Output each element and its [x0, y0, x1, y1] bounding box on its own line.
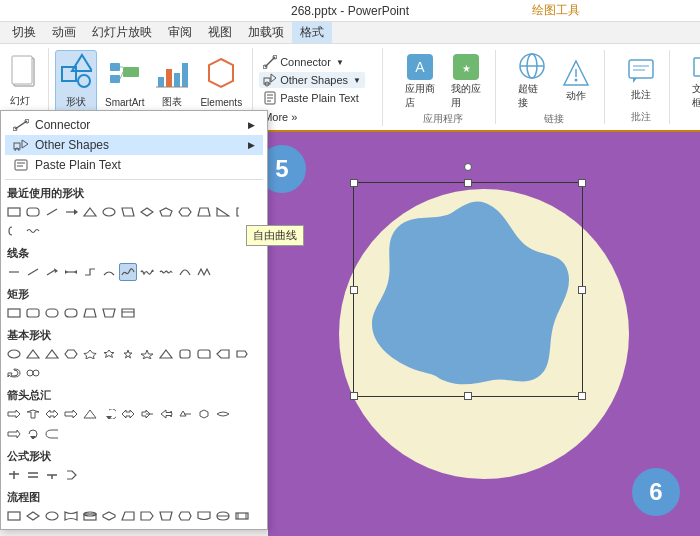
my-apps-btn[interactable]: ★ 我的应用	[445, 50, 487, 112]
shape-brace-left[interactable]	[5, 222, 23, 240]
handle-top-right[interactable]	[578, 179, 586, 187]
basic5[interactable]	[81, 345, 99, 363]
flow10[interactable]	[176, 507, 194, 525]
arrow-extra3[interactable]	[43, 425, 61, 443]
arrow2[interactable]	[24, 405, 42, 423]
rect3[interactable]	[43, 304, 61, 322]
line-scribble[interactable]	[138, 263, 156, 281]
menu-view[interactable]: 视图	[200, 22, 240, 43]
arrow10[interactable]	[176, 405, 194, 423]
arrow12[interactable]	[214, 405, 232, 423]
flow9[interactable]	[157, 507, 175, 525]
line-arc[interactable]	[176, 263, 194, 281]
arrow8[interactable]	[138, 405, 156, 423]
basic13[interactable]	[233, 345, 251, 363]
basic6[interactable]	[100, 345, 118, 363]
handle-top-center[interactable]	[464, 179, 472, 187]
handle-bottom-left[interactable]	[350, 392, 358, 400]
shape-rounded-rect[interactable]	[24, 203, 42, 221]
flow5[interactable]	[81, 507, 99, 525]
shape-wavy[interactable]	[24, 222, 42, 240]
flow1[interactable]	[5, 507, 23, 525]
arrow4[interactable]	[62, 405, 80, 423]
shapes-btn[interactable]: 形状	[55, 50, 97, 112]
arrow6[interactable]	[100, 405, 118, 423]
flow4[interactable]	[62, 507, 80, 525]
shape-rect[interactable]	[5, 203, 23, 221]
flow15[interactable]	[24, 526, 42, 530]
handle-mid-right[interactable]	[578, 286, 586, 294]
basic11[interactable]	[195, 345, 213, 363]
rect7[interactable]	[119, 304, 137, 322]
arrow7[interactable]	[119, 405, 137, 423]
hyperlink-btn[interactable]: 超链接	[512, 50, 552, 112]
basic10[interactable]	[176, 345, 194, 363]
handle-bottom-center[interactable]	[464, 392, 472, 400]
flow2[interactable]	[24, 507, 42, 525]
line-straight[interactable]	[5, 263, 23, 281]
flow7[interactable]	[119, 507, 137, 525]
other-shapes-menu-item[interactable]: Other Shapes ▶	[5, 135, 263, 155]
line-curve[interactable]	[100, 263, 118, 281]
basic8[interactable]	[138, 345, 156, 363]
shape-circle[interactable]	[100, 203, 118, 221]
shape-triangle[interactable]	[81, 203, 99, 221]
flow8[interactable]	[138, 507, 156, 525]
arrow11[interactable]	[195, 405, 213, 423]
menu-slideshow[interactable]: 幻灯片放映	[84, 22, 160, 43]
shape-right-triangle[interactable]	[214, 203, 232, 221]
rect1[interactable]	[5, 304, 23, 322]
flow12[interactable]	[214, 507, 232, 525]
arrow5[interactable]	[81, 405, 99, 423]
flow14[interactable]	[5, 526, 23, 530]
shape-diamond[interactable]	[138, 203, 156, 221]
shape-trapezoid[interactable]	[195, 203, 213, 221]
shape-line[interactable]	[43, 203, 61, 221]
line-freeform[interactable]	[119, 263, 137, 281]
smartart-btn[interactable]: SmartArt	[101, 53, 148, 110]
basic7[interactable]	[119, 345, 137, 363]
shape-parallelogram[interactable]	[119, 203, 137, 221]
shape-bracket[interactable]	[233, 203, 251, 221]
handle-bottom-right[interactable]	[578, 392, 586, 400]
eq4[interactable]	[62, 466, 80, 484]
handle-top-left[interactable]	[350, 179, 358, 187]
basic12[interactable]	[214, 345, 232, 363]
line-elbow[interactable]	[81, 263, 99, 281]
menu-animation[interactable]: 动画	[44, 22, 84, 43]
flow6[interactable]	[100, 507, 118, 525]
textbox-btn[interactable]: A 文本框	[686, 50, 700, 112]
menu-review[interactable]: 审阅	[160, 22, 200, 43]
arrow-extra1[interactable]	[5, 425, 23, 443]
flow13[interactable]	[233, 507, 251, 525]
paste-plain-text-menu-item[interactable]: Paste Plain Text	[5, 155, 263, 175]
app-store-btn[interactable]: A 应用商店	[399, 50, 441, 112]
handle-rotate[interactable]	[464, 163, 472, 171]
line-wavy2[interactable]	[157, 263, 175, 281]
basic4[interactable]	[62, 345, 80, 363]
rect6[interactable]	[100, 304, 118, 322]
line-arrow-both[interactable]	[62, 263, 80, 281]
selected-shape-container[interactable]	[353, 182, 583, 397]
flow11[interactable]	[195, 507, 213, 525]
rect4[interactable]	[62, 304, 80, 322]
basic3[interactable]	[43, 345, 61, 363]
handle-mid-left[interactable]	[350, 286, 358, 294]
rect2[interactable]	[24, 304, 42, 322]
elements-btn[interactable]: Elements	[196, 53, 246, 110]
flow3[interactable]	[43, 507, 61, 525]
eq3[interactable]	[43, 466, 61, 484]
line-zigzag[interactable]	[195, 263, 213, 281]
shape-hexagon[interactable]	[176, 203, 194, 221]
basic1[interactable]	[5, 345, 23, 363]
eq2[interactable]	[24, 466, 42, 484]
paste-plain-text-btn[interactable]: Paste Plain Text	[259, 90, 365, 106]
arrow3[interactable]	[43, 405, 61, 423]
arrow1[interactable]	[5, 405, 23, 423]
arrow-extra2[interactable]	[24, 425, 42, 443]
menu-addins[interactable]: 加载项	[240, 22, 292, 43]
menu-format[interactable]: 格式	[292, 22, 332, 43]
chart-btn[interactable]: 图表	[152, 51, 192, 111]
basic15[interactable]	[24, 364, 42, 382]
line-arrow-right[interactable]	[43, 263, 61, 281]
